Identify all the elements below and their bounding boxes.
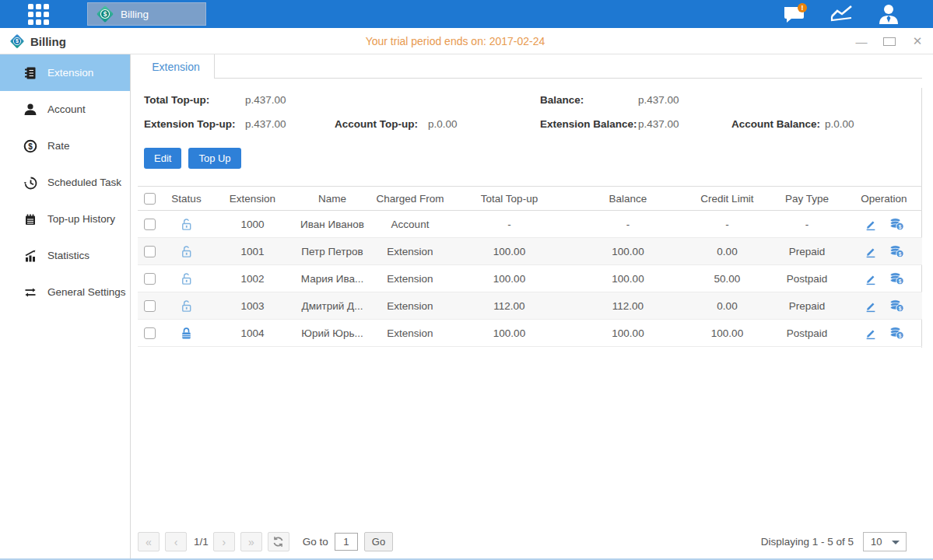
svg-text:$: $ — [898, 333, 901, 339]
refresh-icon — [272, 536, 284, 548]
row-name: Дмитрий Д... — [293, 300, 371, 312]
col-total-topup: Total Top-up — [449, 193, 570, 205]
edit-row-icon[interactable] — [865, 327, 877, 340]
page-indicator: 1/1 — [194, 536, 209, 548]
page-size-select[interactable]: 10 — [863, 532, 907, 551]
goto-label: Go to — [303, 536, 328, 548]
last-page-button[interactable]: » — [240, 532, 262, 551]
svg-text:$: $ — [898, 224, 901, 230]
row-name: Мария Ива... — [293, 273, 371, 285]
window-billing-icon: $ — [9, 33, 25, 49]
top-up-button[interactable]: Top Up — [188, 148, 240, 169]
top-up-row-icon[interactable]: $ — [889, 244, 904, 258]
tab-row-filler — [215, 54, 922, 79]
sidebar-item-account[interactable]: Account — [0, 91, 130, 128]
lock-open-icon[interactable] — [180, 271, 193, 286]
table-header: Status Extension Name Charged From Total… — [138, 186, 922, 211]
messages-icon[interactable]: ! — [782, 3, 805, 25]
edit-row-icon[interactable] — [865, 218, 877, 231]
row-pay-type: Prepaid — [768, 300, 846, 312]
account-topup-label: Account Top-up: — [335, 118, 428, 130]
taskbar-tab-billing[interactable]: $ Billing — [87, 2, 206, 26]
first-page-button[interactable]: « — [138, 532, 160, 551]
general-settings-sliders-icon — [23, 285, 37, 299]
row-charged-from: Extension — [371, 327, 449, 339]
minimize-button[interactable]: — — [855, 35, 868, 48]
sidebar-item-topup-history[interactable]: Top-up History — [0, 201, 130, 237]
edit-row-icon[interactable] — [865, 299, 877, 313]
row-credit-limit: - — [686, 219, 768, 230]
go-button[interactable]: Go — [364, 532, 393, 551]
sidebar-item-rate[interactable]: $ Rate — [0, 128, 130, 164]
chevron-down-icon — [892, 541, 900, 544]
goto-page-input[interactable] — [335, 533, 358, 551]
taskbar: $ Billing ! — [0, 0, 933, 28]
lock-open-icon[interactable] — [180, 244, 193, 259]
col-balance: Balance — [570, 193, 686, 205]
svg-text:$: $ — [898, 306, 901, 312]
svg-text:$: $ — [898, 251, 901, 257]
message-badge: ! — [801, 4, 804, 12]
col-pay-type: Pay Type — [768, 193, 846, 205]
top-up-row-icon[interactable]: $ — [889, 271, 904, 285]
lock-open-icon[interactable] — [180, 217, 193, 232]
sidebar-label: Statistics — [47, 250, 89, 261]
row-checkbox[interactable] — [144, 246, 156, 257]
trial-notice: Your trial period ends on: 2017-02-24 — [0, 28, 910, 54]
row-extension: 1003 — [212, 300, 293, 312]
col-name: Name — [293, 193, 371, 205]
row-pay-type: Postpaid — [768, 327, 846, 339]
rate-coin-icon: $ — [23, 139, 37, 153]
row-charged-from: Account — [371, 219, 449, 230]
row-balance: 112.00 — [570, 300, 686, 312]
sidebar-item-scheduled-task[interactable]: Scheduled Task — [0, 164, 130, 201]
sidebar-item-general-settings[interactable]: General Settings — [0, 274, 130, 310]
sidebar-item-extension[interactable]: Extension — [0, 54, 130, 91]
row-checkbox[interactable] — [144, 300, 156, 312]
reports-chart-icon[interactable] — [830, 3, 853, 25]
row-extension: 1001 — [212, 246, 293, 257]
account-balance-label: Account Balance: — [731, 118, 825, 130]
table-row: 1004 Юрий Юрь... Extension 100.00 100.00… — [138, 320, 922, 347]
top-up-row-icon[interactable]: $ — [889, 299, 904, 313]
sidebar-label: Account — [47, 103, 86, 115]
row-balance: - — [570, 219, 686, 230]
svg-text:$: $ — [898, 278, 901, 285]
extension-topup-value: p.437.00 — [245, 118, 335, 130]
edit-row-icon[interactable] — [865, 245, 877, 258]
top-up-row-icon[interactable]: $ — [889, 326, 904, 340]
sidebar-label: Scheduled Task — [47, 177, 121, 188]
close-button[interactable]: ✕ — [911, 34, 924, 48]
sidebar-label: Rate — [47, 140, 70, 152]
total-topup-label: Total Top-up: — [144, 94, 245, 106]
select-all-checkbox[interactable] — [144, 193, 156, 205]
sidebar: Extension Account $ Rate Scheduled Task — [0, 54, 131, 558]
top-up-row-icon[interactable]: $ — [889, 217, 904, 231]
row-checkbox[interactable] — [144, 327, 156, 339]
edit-button[interactable]: Edit — [144, 148, 181, 169]
row-charged-from: Extension — [371, 246, 449, 257]
window-title: Billing — [30, 35, 66, 48]
extension-ledger-icon — [23, 66, 37, 80]
row-pay-type: - — [768, 219, 846, 230]
row-extension: 1004 — [212, 327, 293, 339]
col-charged-from: Charged From — [371, 193, 449, 205]
scheduled-task-clock-icon — [23, 176, 37, 190]
lock-open-icon[interactable] — [180, 299, 193, 313]
next-page-button[interactable]: › — [213, 532, 235, 551]
refresh-button[interactable] — [268, 532, 289, 551]
account-balance-value: p.0.00 — [825, 118, 921, 130]
pagination-bar: « ‹ 1/1 › » Go to Go Displaying 1 - 5 of… — [138, 531, 907, 552]
row-checkbox[interactable] — [144, 273, 156, 285]
prev-page-button[interactable]: ‹ — [165, 532, 187, 551]
row-total-topup: 112.00 — [449, 300, 570, 312]
tab-extension[interactable]: Extension — [138, 54, 215, 79]
apps-grid-icon[interactable] — [28, 4, 54, 25]
user-account-icon[interactable] — [877, 3, 900, 25]
lock-closed-icon[interactable] — [180, 326, 193, 341]
sidebar-item-statistics[interactable]: Statistics — [0, 237, 130, 274]
row-checkbox[interactable] — [144, 219, 156, 230]
row-pay-type: Postpaid — [768, 273, 846, 285]
maximize-button[interactable] — [883, 37, 896, 46]
edit-row-icon[interactable] — [865, 272, 877, 285]
